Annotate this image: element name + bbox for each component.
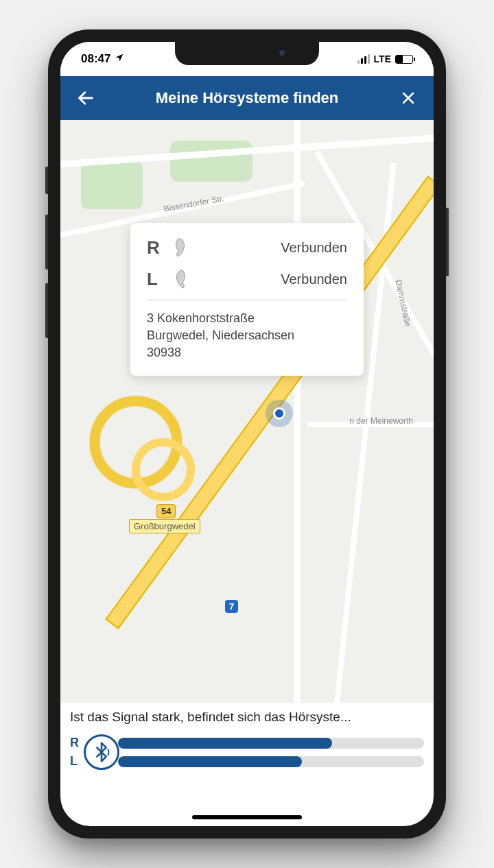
street-label: n der Meineworth <box>349 416 413 426</box>
connection-status-right: Verbunden <box>281 240 347 256</box>
highway-shield: 7 <box>225 600 238 613</box>
green-area <box>81 161 143 209</box>
signal-panel: R L <box>60 729 434 785</box>
close-button[interactable] <box>397 86 420 110</box>
map-background <box>60 120 434 703</box>
interchange <box>74 381 211 518</box>
signal-row-right: R <box>70 736 424 750</box>
signal-track-right <box>118 738 424 749</box>
divider <box>147 300 347 300</box>
back-button[interactable] <box>74 86 97 110</box>
connection-status-left: Verbunden <box>281 272 347 287</box>
phone-side-button-right <box>446 208 449 276</box>
location-arrow-icon <box>115 52 124 66</box>
address-line: 30938 <box>147 344 347 361</box>
info-row-right: R Verbunden <box>147 237 347 258</box>
address-line: 3 Kokenhorststraße <box>147 310 347 327</box>
network-label: LTE <box>374 53 391 64</box>
status-right: LTE <box>357 53 413 64</box>
signal-tip-text: Ist das Signal stark, befindet sich das … <box>60 703 434 729</box>
map[interactable]: Bissendorfer Str. Dammstraße n der Meine… <box>60 120 434 703</box>
info-card[interactable]: R Verbunden L Verbunden 3 Kokenhorststra… <box>130 223 364 376</box>
page-title: Meine Hörsysteme finden <box>97 89 397 107</box>
town-label: Großburgwedel <box>129 519 200 533</box>
phone-frame: 08:47 LTE Meine Hörsysteme finden <box>48 29 446 839</box>
bluetooth-icon[interactable] <box>84 734 119 770</box>
current-location-marker[interactable] <box>266 400 293 427</box>
status-left: 08:47 <box>81 52 124 66</box>
hearing-aid-icon <box>172 268 189 290</box>
signal-fill-right <box>118 738 332 749</box>
side-label-left: L <box>147 269 162 290</box>
address-line: Burgwedel, Niedersachsen <box>147 327 347 344</box>
signal-bars-icon <box>357 54 370 64</box>
phone-side-buttons-left <box>45 167 48 194</box>
signal-row-left: L <box>70 754 424 769</box>
status-time: 08:47 <box>81 52 110 66</box>
road <box>294 120 301 703</box>
app-header: Meine Hörsysteme finden <box>60 76 434 120</box>
signal-label-right: R <box>70 736 84 750</box>
signal-label-left: L <box>70 754 84 769</box>
home-indicator[interactable] <box>192 815 302 819</box>
green-area <box>170 141 252 182</box>
info-row-left: L Verbunden <box>147 268 347 290</box>
signal-fill-left <box>118 756 302 767</box>
side-label-right: R <box>147 237 162 258</box>
notch <box>175 42 319 65</box>
hearing-aid-icon <box>172 237 189 258</box>
address: 3 Kokenhorststraße Burgwedel, Niedersach… <box>147 310 347 362</box>
battery-icon <box>395 55 413 64</box>
highway-shield: 54 <box>156 504 176 518</box>
signal-track-left <box>118 756 424 767</box>
screen: 08:47 LTE Meine Hörsysteme finden <box>60 42 434 826</box>
